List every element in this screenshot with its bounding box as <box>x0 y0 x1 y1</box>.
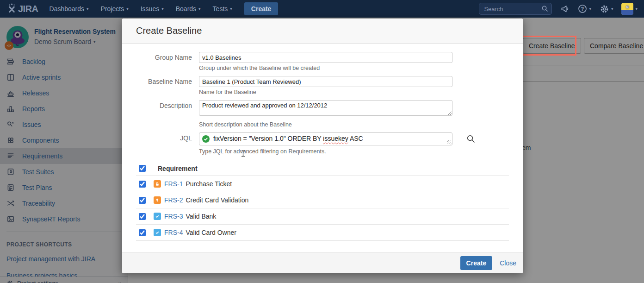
nav-dashboards[interactable]: Dashboards▾ <box>50 5 89 13</box>
jira-logo[interactable]: JIRA <box>7 3 38 15</box>
nav-tests[interactable]: Tests▾ <box>213 5 232 13</box>
requirement-column-header: Requirement <box>158 165 198 172</box>
row-checkbox[interactable] <box>139 229 146 236</box>
dialog-title: Create Baseline <box>136 25 509 36</box>
jql-label: JQL <box>136 132 192 155</box>
search-icon <box>541 5 549 14</box>
chevron-down-icon: ▾ <box>161 6 164 11</box>
requirement-lock-icon <box>154 180 161 188</box>
requirement-bulb-icon <box>154 196 161 204</box>
chevron-down-icon: ▾ <box>611 6 613 11</box>
chevron-down-icon: ▾ <box>126 6 129 11</box>
question-icon: ? <box>578 4 587 13</box>
subtask-check-icon <box>154 213 161 220</box>
issue-title: Credit Card Validation <box>186 196 248 204</box>
nav-create-button[interactable]: Create <box>244 2 279 15</box>
row-checkbox[interactable] <box>139 197 146 204</box>
chevron-down-icon: ▾ <box>87 6 89 11</box>
issue-key-link[interactable]: FRS-1 <box>164 180 183 188</box>
group-name-help: Group under which the Baseline will be c… <box>199 65 452 71</box>
create-baseline-dialog: Create Baseline Group Name Group under w… <box>122 19 523 273</box>
issue-title: Valid Card Owner <box>186 229 236 236</box>
chevron-down-icon: ▾ <box>230 6 232 11</box>
baseline-name-input[interactable] <box>199 76 452 87</box>
announcements-megaphone-icon[interactable] <box>560 4 570 13</box>
select-all-checkbox[interactable] <box>139 165 146 172</box>
gear-icon <box>600 4 609 14</box>
group-name-label: Group Name <box>136 52 192 71</box>
chevron-down-icon: ▾ <box>198 6 201 11</box>
jql-search-icon[interactable] <box>466 134 476 145</box>
issue-key-link[interactable]: FRS-2 <box>164 196 183 204</box>
svg-text:?: ? <box>581 6 584 12</box>
requirement-row: FRS-3 Valid Bank <box>136 208 509 225</box>
baseline-name-label: Baseline Name <box>136 76 192 95</box>
jira-logo-icon <box>7 3 16 15</box>
issue-title: Valid Bank <box>186 213 216 220</box>
issue-title: Purchase Ticket <box>186 180 232 188</box>
user-avatar <box>621 3 633 15</box>
baseline-name-help: Name for the Baseline <box>199 89 452 95</box>
chevron-down-icon: ▾ <box>635 6 638 11</box>
description-textarea[interactable]: Product reviewed and approved on 12/12/2… <box>199 100 452 116</box>
row-checkbox[interactable] <box>139 213 146 220</box>
create-button[interactable]: Create <box>460 256 493 270</box>
jql-input[interactable]: fixVersion = "Version 1.0" ORDER BY issu… <box>199 132 452 145</box>
jql-help: Type JQL for advanced filtering on Requi… <box>199 148 452 155</box>
jira-logo-text: JIRA <box>18 4 38 14</box>
close-link[interactable]: Close <box>500 259 516 267</box>
nav-issues[interactable]: Issues▾ <box>141 5 164 13</box>
requirement-row: FRS-4 Valid Card Owner <box>136 225 509 241</box>
requirement-row: FRS-1 Purchase Ticket <box>136 176 509 192</box>
chevron-down-icon: ▾ <box>589 6 591 11</box>
help-menu[interactable]: ? ▾ <box>578 4 591 13</box>
issue-key-link[interactable]: FRS-3 <box>164 213 183 220</box>
nav-boards[interactable]: Boards▾ <box>176 5 201 13</box>
description-help: Short description about the Baseline <box>199 121 452 128</box>
top-navbar: JIRA Dashboards▾ Projects▾ Issues▾ Board… <box>0 0 644 18</box>
issue-key-link[interactable]: FRS-4 <box>164 229 183 236</box>
description-label: Description <box>136 100 192 128</box>
group-name-input[interactable] <box>199 52 452 63</box>
row-checkbox[interactable] <box>139 181 146 188</box>
nav-projects[interactable]: Projects▾ <box>101 5 129 13</box>
admin-gear-menu[interactable]: ▾ <box>600 4 613 14</box>
requirement-row: FRS-2 Credit Card Validation <box>136 192 509 208</box>
subtask-check-icon <box>154 229 161 236</box>
user-menu[interactable]: ▾ <box>621 3 638 15</box>
